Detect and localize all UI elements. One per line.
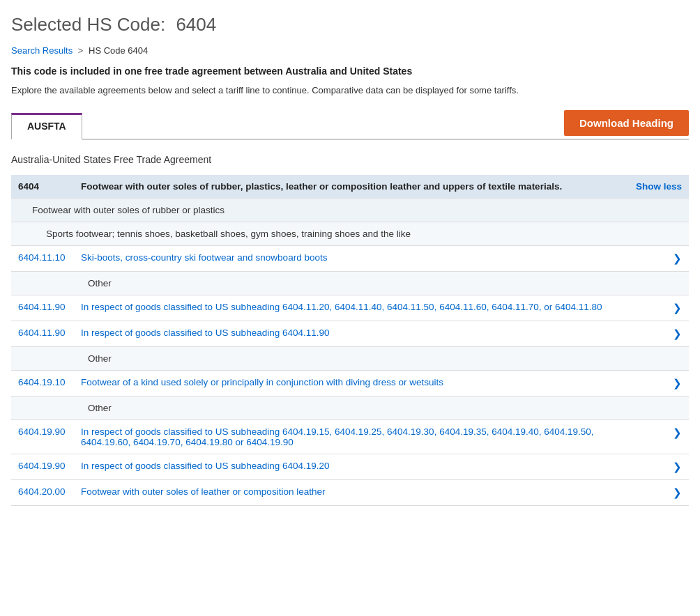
- other-label-1: Other: [11, 271, 689, 295]
- table-row: Other: [11, 346, 689, 370]
- other-label-2: Other: [11, 346, 689, 370]
- row-arrow[interactable]: ❯: [626, 454, 689, 479]
- agreement-name: Australia-United States Free Trade Agree…: [11, 154, 689, 165]
- row-arrow[interactable]: ❯: [626, 245, 689, 271]
- description-cell: In respect of goods classified to US sub…: [74, 454, 626, 479]
- table-row[interactable]: 6404.19.90 In respect of goods classifie…: [11, 419, 689, 454]
- trade-agreement-notice-text: Explore the available agreements below a…: [11, 84, 689, 98]
- table-row[interactable]: 6404.11.90 In respect of goods classifie…: [11, 295, 689, 321]
- row-arrow[interactable]: ❯: [626, 419, 689, 454]
- row-arrow[interactable]: ❯: [626, 295, 689, 321]
- breadcrumb-search-results-link[interactable]: Search Results: [11, 45, 73, 56]
- hs-code-cell: 6404.11.10: [11, 245, 74, 271]
- row-arrow[interactable]: ❯: [626, 321, 689, 346]
- chevron-right-icon: ❯: [673, 377, 682, 389]
- hs-code-value: 6404: [176, 14, 216, 35]
- title-prefix: Selected HS Code:: [11, 14, 165, 35]
- page-title: Selected HS Code: 6404: [11, 14, 689, 36]
- hs-code-cell: 6404.19.90: [11, 454, 74, 479]
- hs-code-table: 6404 Footwear with outer soles of rubber…: [11, 175, 689, 506]
- table-row: Other: [11, 271, 689, 295]
- chevron-right-icon: ❯: [673, 302, 682, 314]
- table-row: Footwear with outer soles of rubber or p…: [11, 198, 689, 222]
- subheader-sports-footwear: Sports footwear; tennis shoes, basketbal…: [11, 222, 689, 245]
- hs-code-cell: 6404.19.10: [11, 370, 74, 396]
- tab-ausfta[interactable]: AUSFTA: [11, 113, 82, 140]
- description-cell: Ski-boots, cross-country ski footwear an…: [74, 245, 626, 271]
- other-label-3: Other: [11, 396, 689, 419]
- hs-code-cell: 6404.20.00: [11, 479, 74, 505]
- table-header-description: Footwear with outer soles of rubber, pla…: [74, 175, 626, 199]
- show-less-link[interactable]: Show less: [626, 175, 689, 199]
- chevron-right-icon: ❯: [673, 461, 682, 472]
- show-less-anchor[interactable]: Show less: [636, 181, 682, 192]
- table-header-row: 6404 Footwear with outer soles of rubber…: [11, 175, 689, 199]
- description-cell: In respect of goods classified to US sub…: [74, 419, 626, 454]
- breadcrumb-current: HS Code 6404: [89, 45, 148, 56]
- tabs-container: AUSFTA: [11, 111, 82, 139]
- chevron-right-icon: ❯: [673, 486, 682, 498]
- download-heading-button[interactable]: Download Heading: [564, 110, 689, 136]
- subheader-rubber-plastics: Footwear with outer soles of rubber or p…: [11, 198, 689, 222]
- hs-code-cell: 6404.11.90: [11, 321, 74, 346]
- description-cell: In respect of goods classified to US sub…: [74, 295, 626, 321]
- table-row[interactable]: 6404.20.00 Footwear with outer soles of …: [11, 479, 689, 505]
- table-row[interactable]: 6404.19.10 Footwear of a kind used solel…: [11, 370, 689, 396]
- hs-code-cell: 6404.19.90: [11, 419, 74, 454]
- table-header-code: 6404: [11, 175, 74, 199]
- table-row[interactable]: 6404.11.90 In respect of goods classifie…: [11, 321, 689, 346]
- description-cell: Footwear of a kind used solely or princi…: [74, 370, 626, 396]
- hs-code-cell: 6404.11.90: [11, 295, 74, 321]
- row-arrow[interactable]: ❯: [626, 479, 689, 505]
- table-row: Other: [11, 396, 689, 419]
- description-cell: Footwear with outer soles of leather or …: [74, 479, 626, 505]
- trade-agreement-notice-bold: This code is included in one free trade …: [11, 66, 689, 77]
- chevron-right-icon: ❯: [673, 252, 682, 264]
- chevron-right-icon: ❯: [673, 328, 682, 339]
- row-arrow[interactable]: ❯: [626, 370, 689, 396]
- breadcrumb-separator: >: [78, 45, 84, 56]
- tabs-download-row: AUSFTA Download Heading: [11, 110, 689, 140]
- table-row[interactable]: 6404.19.90 In respect of goods classifie…: [11, 454, 689, 479]
- breadcrumb: Search Results > HS Code 6404: [11, 45, 689, 56]
- chevron-right-icon: ❯: [673, 426, 682, 438]
- description-cell: In respect of goods classified to US sub…: [74, 321, 626, 346]
- table-row: Sports footwear; tennis shoes, basketbal…: [11, 222, 689, 245]
- table-row[interactable]: 6404.11.10 Ski-boots, cross-country ski …: [11, 245, 689, 271]
